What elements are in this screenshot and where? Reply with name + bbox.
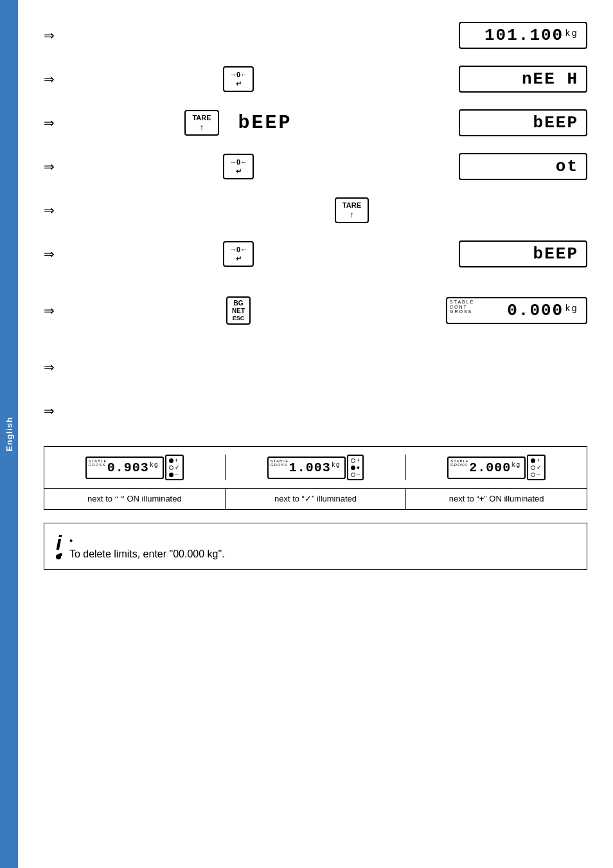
row3-center: TARE ↑ bEEP: [69, 110, 407, 136]
ind-label-1-2: ✓: [175, 464, 180, 471]
display-1: 101.100 kg: [459, 22, 587, 49]
row4-center: →0← ↵: [69, 154, 407, 180]
indicator-panel-3: + ✓ −: [527, 455, 546, 480]
display-7-status: STABLECONTGROSS: [450, 300, 474, 314]
small-display-2-status: STABLEGROSS: [271, 459, 289, 467]
arrow-info-1: ⇒: [44, 359, 69, 375]
small-display-2-value: 1.003: [289, 460, 331, 475]
display-3-value: bEEP: [533, 113, 578, 132]
display-3: bEEP: [459, 109, 587, 136]
indicator-row-1-1: +: [169, 457, 178, 464]
table-cell-1: STABLEGROSS 0.903 kg + ✓: [44, 455, 226, 480]
arrow-7: ⇒: [44, 303, 69, 318]
sidebar-label: English: [4, 417, 14, 451]
indicator-panel-2: + ● −: [347, 455, 364, 480]
arrow-5: ⇒: [44, 203, 69, 218]
bgnet-top: BG: [234, 300, 244, 307]
indicator-row-2-2: ●: [351, 464, 360, 471]
comparison-table: STABLEGROSS 0.903 kg + ✓: [44, 446, 587, 510]
small-display-2-unit: kg: [332, 462, 341, 469]
row7-center: BG NET ESC: [69, 296, 407, 325]
info-list-item-1: To delete limits, enter "00.000 kg".: [69, 548, 225, 560]
bullet-dot-1: •: [69, 535, 225, 546]
indicator-row-2-1: +: [351, 457, 360, 464]
row1-right: 101.100 kg: [407, 22, 587, 49]
tare-label: TARE: [192, 114, 211, 122]
display-2: nEE H: [459, 66, 587, 93]
dot-1-2: [169, 466, 173, 470]
row-3: ⇒ TARE ↑ bEEP bEEP: [44, 107, 587, 139]
zero6-top-label: →0←: [229, 245, 247, 254]
ind-label-2-1: +: [357, 457, 360, 464]
info-box: i • To delete limits, enter "00.000 kg".: [44, 523, 587, 570]
row-2: ⇒ →0← ↵ nEE H: [44, 63, 587, 95]
ind-label-3-3: −: [537, 471, 540, 478]
display-7-value: 0.000: [507, 301, 564, 320]
info-row-1: ⇒: [44, 351, 587, 383]
info-content-inner: To delete limits, enter "00.000 kg".: [69, 548, 225, 560]
row6-center: →0← ↵: [69, 241, 407, 267]
tare5-arrow-icon: ↑: [350, 210, 354, 220]
ind-label-3-1: +: [537, 457, 540, 464]
dot-1-3: [169, 473, 173, 477]
small-display-1-status: STABLEGROSS: [89, 459, 107, 467]
tare-arrow-icon: ↑: [200, 122, 204, 132]
small-display-3-value: 2.000: [469, 460, 511, 475]
display-wrapper-1: STABLEGROSS 0.903 kg + ✓: [85, 455, 184, 480]
sidebar: English: [0, 0, 18, 868]
row-5: ⇒ TARE ↑: [44, 194, 587, 226]
display-1-unit: kg: [565, 28, 578, 39]
display-2-value: nEE H: [522, 69, 578, 89]
row2-right: nEE H: [407, 66, 587, 93]
dot-3-1: [531, 458, 535, 463]
display-1-value: 101.100: [484, 26, 564, 45]
dot-2-1: [351, 458, 355, 463]
zero-bottom-label: ↵: [236, 79, 242, 88]
table-label-2: next to “✓” illuminated: [226, 489, 407, 509]
display-4: ot: [459, 153, 587, 180]
spacer-2: [44, 288, 587, 294]
indicator-row-1-2: ✓: [169, 464, 180, 471]
arrow-6: ⇒: [44, 246, 69, 262]
ind-label-2-3: −: [357, 471, 360, 478]
row5-center: TARE ↑: [69, 197, 407, 224]
indicator-row-2-3: −: [351, 471, 360, 478]
small-display-1-value: 0.903: [107, 460, 149, 475]
zero6-bottom-label: ↵: [236, 254, 242, 263]
indicator-row-3-2: ✓: [531, 464, 542, 471]
bgnet-button[interactable]: BG NET ESC: [226, 296, 251, 325]
zero-button-2[interactable]: →0← ↵: [223, 66, 254, 93]
tare-button-5[interactable]: TARE ↑: [335, 197, 369, 224]
spacer-3: [44, 338, 587, 351]
info-content: • To delete limits, enter "00.000 kg".: [69, 532, 225, 560]
arrow-1: ⇒: [44, 28, 69, 43]
display-wrapper-2: STABLEGROSS 1.003 kg + ●: [267, 455, 364, 480]
row-6: ⇒ →0← ↵ bEEP: [44, 238, 587, 270]
dot-2-3: [351, 473, 355, 477]
spacer-1: [44, 282, 587, 288]
ind-label-3-2: ✓: [537, 464, 542, 471]
row3-right: bEEP: [407, 109, 587, 136]
small-display-3-status: STABLEGROSS: [450, 459, 469, 467]
zero-button-6[interactable]: →0← ↵: [223, 241, 254, 267]
ind-label-2-2: ●: [357, 464, 360, 471]
small-display-3: STABLEGROSS 2.000 kg: [447, 457, 526, 479]
indicator-row-3-3: −: [531, 471, 540, 478]
table-cell-3: STABLEGROSS 2.000 kg + ✓: [406, 455, 587, 480]
small-display-3-unit: kg: [511, 462, 520, 469]
main-content: ⇒ 101.100 kg ⇒ →0← ↵ nEE H ⇒: [18, 0, 613, 589]
dot-1-1: [169, 458, 173, 463]
tare-button-3[interactable]: TARE ↑: [184, 110, 218, 136]
row6-right: bEEP: [407, 240, 587, 267]
arrow-2: ⇒: [44, 71, 69, 87]
row4-right: ot: [407, 153, 587, 180]
zero-button-4[interactable]: →0← ↵: [223, 154, 254, 180]
row-7: ⇒ BG NET ESC STABLECONTGROSS 0.000 kg: [44, 294, 587, 327]
dot-2-2: [351, 466, 355, 470]
dot-3-3: [531, 473, 535, 477]
table-label-3: next to “+” ON illuminated: [406, 489, 587, 509]
zero4-bottom-label: ↵: [236, 167, 242, 176]
indicator-row-3-1: +: [531, 457, 540, 464]
display-6-value: bEEP: [533, 244, 578, 264]
info-row-2: ⇒: [44, 395, 587, 427]
